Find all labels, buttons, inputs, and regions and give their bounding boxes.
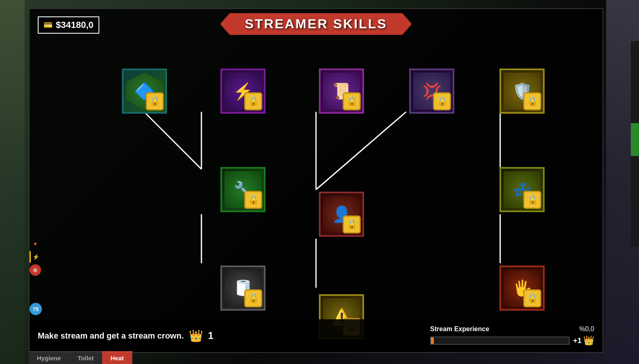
sidebar-icons: ♥ ⚡ ⊕ bbox=[30, 238, 42, 276]
tab-toilet[interactable]: Toilet bbox=[69, 351, 102, 364]
xp-percent: %0,0 bbox=[579, 325, 594, 333]
skill-6-lock: 🔒 bbox=[244, 191, 262, 209]
xp-header: Stream Experience %0,0 bbox=[430, 325, 594, 333]
skill-3-lock: 🔒 bbox=[343, 92, 361, 110]
main-panel: 💳 $34180,0 STREAMER SKILLS bbox=[29, 8, 603, 353]
skill-node-2[interactable]: ⚡ 🔒 bbox=[218, 66, 268, 116]
skill-node-7[interactable]: 👤 🔒 bbox=[317, 190, 366, 239]
bottom-bar: Make stream and get a stream crown. 👑 1 … bbox=[30, 319, 602, 352]
skill-4-lock: 🔒 bbox=[433, 92, 451, 110]
money-icon: 💳 bbox=[44, 21, 53, 30]
page-header: STREAMER SKILLS bbox=[220, 13, 412, 35]
skill-2-lock: 🔒 bbox=[244, 92, 262, 110]
right-scrollbar[interactable] bbox=[631, 41, 639, 246]
skill-node-5[interactable]: 🛡️ 🔒 bbox=[497, 66, 547, 116]
skill-1-lock: 🔒 bbox=[146, 92, 164, 110]
xp-bar-fill bbox=[431, 337, 434, 344]
skill-tree: 🔷 🔒 ⚡ 🔒 📜 🔒 bbox=[30, 42, 602, 337]
svg-line-0 bbox=[144, 112, 202, 169]
skill-10-lock: 🔒 bbox=[523, 289, 541, 307]
crown-icon: 👑 bbox=[189, 329, 203, 343]
tab-bar: Hygiene Toilet Heat bbox=[29, 351, 133, 364]
skill-5-lock: 🔒 bbox=[523, 92, 541, 110]
svg-line-3 bbox=[316, 112, 406, 190]
crown-count: 1 bbox=[208, 330, 213, 341]
skill-node-10[interactable]: 🖐️ 🔒 bbox=[497, 263, 547, 313]
hint-section: Make stream and get a stream crown. 👑 1 bbox=[38, 329, 422, 343]
skill-node-1[interactable]: 🔷 🔒 bbox=[120, 66, 169, 116]
skill-node-6[interactable]: 🔧 🔒 bbox=[218, 165, 268, 214]
money-amount: $34180,0 bbox=[56, 20, 94, 30]
skill-node-3[interactable]: 📜 🔒 bbox=[317, 66, 366, 116]
page-title: STREAMER SKILLS bbox=[245, 16, 387, 32]
tab-heat[interactable]: Heat bbox=[102, 351, 133, 364]
xp-bar-row: +1 👑 bbox=[430, 335, 594, 346]
xp-section: Stream Experience %0,0 +1 👑 bbox=[430, 325, 594, 346]
lightning-icon: ⚡ bbox=[30, 251, 41, 263]
avatar: 75 bbox=[30, 303, 42, 315]
skill-7-lock: 🔒 bbox=[343, 215, 361, 234]
skill-8-lock: 🔒 bbox=[523, 191, 541, 209]
xp-plus-label: +1 bbox=[573, 337, 582, 345]
skill-node-8[interactable]: 💤 🔒 bbox=[497, 165, 547, 214]
bg-left-panel bbox=[0, 0, 25, 364]
scrollbar-thumb bbox=[631, 123, 639, 156]
xp-bar-container bbox=[430, 337, 570, 345]
skill-node-4[interactable]: 💢 🔒 bbox=[407, 66, 456, 116]
heart-icon: ♥ bbox=[30, 238, 41, 250]
xp-label: Stream Experience bbox=[430, 325, 489, 333]
xp-crown-icon: 👑 bbox=[583, 335, 594, 346]
food-icon: ⊕ bbox=[30, 264, 41, 276]
skill-9-lock: 🔒 bbox=[244, 289, 262, 307]
skill-node-9[interactable]: 🧻 🔒 bbox=[218, 263, 268, 313]
tab-hygiene[interactable]: Hygiene bbox=[29, 351, 69, 364]
hint-text: Make stream and get a stream crown. bbox=[38, 331, 184, 341]
money-display: 💳 $34180,0 bbox=[38, 16, 99, 34]
